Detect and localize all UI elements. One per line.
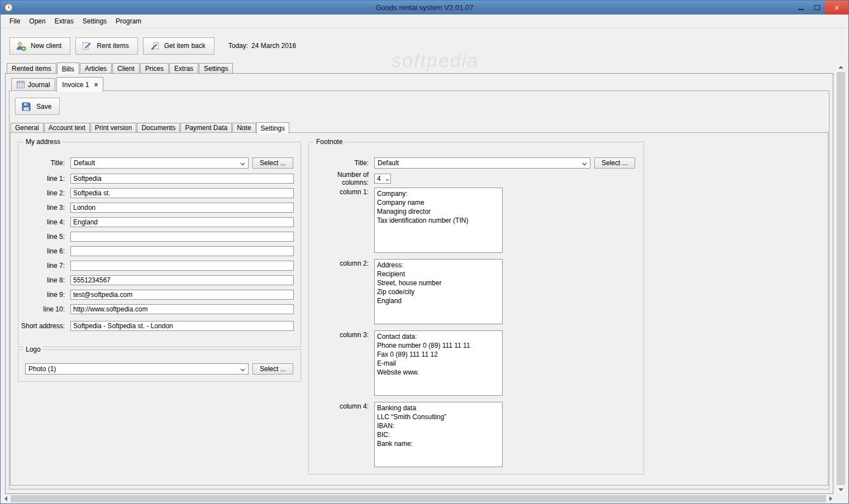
columns-count-combo[interactable]: 4 [374, 174, 391, 184]
address-line-6-input[interactable] [70, 246, 294, 256]
tab-bills[interactable]: Bills [57, 63, 79, 74]
scroll-down-button[interactable] [836, 485, 846, 495]
address-title-value: Default [74, 159, 95, 167]
menu-extras[interactable]: Extras [50, 16, 78, 27]
chevron-down-icon [384, 174, 390, 183]
save-label: Save [36, 103, 51, 111]
menu-bar: File Open Extras Settings Program [1, 15, 848, 28]
footnote-title-label: Title: [309, 159, 374, 167]
tab-rented-items[interactable]: Rented items [7, 63, 56, 73]
address-line-1-label: line 1: [18, 175, 70, 183]
minimize-button[interactable] [793, 1, 809, 15]
app-icon [4, 3, 13, 12]
menu-settings[interactable]: Settings [78, 16, 111, 27]
my-address-group: My address Title: Default Select ... lin… [18, 142, 301, 347]
address-line-8-label: line 8: [18, 276, 70, 284]
scroll-down-icon [838, 488, 843, 491]
address-title-label: Title: [18, 159, 70, 167]
scroll-up-button[interactable] [836, 63, 846, 72]
logo-group: Logo Photo (1) Select ... [18, 349, 301, 382]
invoice-close-icon[interactable]: × [94, 81, 98, 89]
footnote-column-1-textarea[interactable]: Company: Company name Managing director … [374, 188, 503, 253]
address-line-9-input[interactable] [70, 290, 294, 300]
scroll-left-button[interactable] [1, 495, 11, 503]
address-line-4-input[interactable] [70, 217, 294, 227]
address-line-5-label: line 5: [18, 233, 70, 241]
document-tab-bar: Journal Invoice 1 × [11, 76, 104, 91]
tab-invoice-settings[interactable]: Settings [256, 122, 289, 133]
invoice-tab-label: Invoice 1 [62, 81, 89, 89]
footnote-column-4-textarea[interactable]: Banking data LLC “Smith Consulting” IBAN… [374, 402, 503, 467]
get-item-back-icon [149, 41, 160, 51]
footnote-column-2-textarea[interactable]: Address: Recipient Street, house number … [374, 259, 503, 324]
footnote-column-3-label: column 3: [309, 330, 374, 396]
footnote-group-label: Footnote [314, 138, 345, 146]
close-icon: × [834, 3, 839, 12]
new-client-button[interactable]: New client [9, 37, 70, 55]
rent-items-label: Rent items [97, 42, 128, 50]
chevron-down-icon [237, 364, 248, 373]
titlebar: Goods rental system V2.01.07 × [1, 1, 848, 15]
tab-articles[interactable]: Articles [80, 63, 112, 73]
address-line-8-input[interactable] [70, 275, 294, 285]
invoice-tab-bar: General Account text Print version Docum… [11, 122, 290, 133]
chevron-down-icon [237, 159, 248, 167]
menu-open[interactable]: Open [25, 16, 50, 27]
scroll-left-icon [4, 496, 7, 501]
tab-extras[interactable]: Extras [169, 63, 198, 73]
footnote-title-combo[interactable]: Default [374, 157, 590, 169]
get-item-back-button[interactable]: Get item back [143, 37, 214, 55]
menu-file[interactable]: File [5, 16, 25, 27]
address-line-5-input[interactable] [70, 232, 294, 242]
close-button[interactable]: × [825, 1, 848, 15]
address-line-7-input[interactable] [70, 261, 294, 271]
window-title: Goods rental system V2.01.07 [1, 3, 848, 12]
rent-items-button[interactable]: Rent items [75, 37, 137, 55]
tab-payment-data[interactable]: Payment Data [180, 123, 232, 132]
tab-journal[interactable]: Journal [11, 78, 55, 90]
menu-program[interactable]: Program [111, 16, 146, 27]
invoice-panel: Save General Account text Print version … [9, 90, 829, 489]
footnote-group: Footnote Title: Default Select ... Numbe… [308, 142, 644, 474]
address-line-6-label: line 6: [18, 247, 70, 255]
tab-note[interactable]: Note [232, 123, 255, 132]
scroll-right-button[interactable] [826, 495, 836, 503]
address-title-combo[interactable]: Default [70, 157, 249, 169]
horizontal-scrollbar[interactable] [1, 495, 836, 503]
vertical-scrollbar-thumb[interactable] [837, 72, 845, 485]
tab-general[interactable]: General [11, 123, 44, 132]
address-line-10-input[interactable] [70, 304, 294, 314]
save-button[interactable]: Save [15, 98, 60, 115]
horizontal-scrollbar-thumb[interactable] [11, 495, 826, 502]
today-label: Today: [228, 42, 248, 50]
tab-client[interactable]: Client [112, 63, 140, 73]
tab-account-text[interactable]: Account text [44, 123, 90, 132]
scroll-up-icon [838, 66, 843, 69]
address-line-1-input[interactable] [70, 174, 294, 184]
tab-documents[interactable]: Documents [137, 123, 180, 132]
tab-settings[interactable]: Settings [199, 63, 233, 73]
address-line-9-label: line 9: [18, 291, 70, 299]
footnote-column-1-label: column 1: [309, 188, 374, 253]
address-line-2-input[interactable] [70, 188, 294, 198]
footnote-column-3-textarea[interactable]: Contact data: Phone number 0 (89) 111 11… [374, 330, 503, 396]
logo-group-label: Logo [23, 345, 43, 353]
vertical-scrollbar[interactable] [836, 63, 846, 495]
maximize-button[interactable] [809, 1, 825, 15]
new-client-label: New client [31, 42, 61, 50]
settings-panel: My address Title: Default Select ... lin… [10, 132, 828, 486]
logo-combo[interactable]: Photo (1) [25, 363, 249, 375]
tab-invoice-1[interactable]: Invoice 1 × [56, 77, 103, 92]
address-line-3-input[interactable] [70, 203, 294, 213]
logo-select-button[interactable]: Select ... [252, 363, 293, 375]
maximize-icon [814, 5, 820, 10]
tab-print-version[interactable]: Print version [90, 123, 137, 132]
address-title-select-button[interactable]: Select ... [252, 157, 293, 169]
short-address-input[interactable] [70, 321, 294, 331]
footnote-column-2-label: column 2: [309, 259, 374, 324]
tab-prices[interactable]: Prices [140, 63, 169, 73]
get-item-back-label: Get item back [164, 42, 206, 50]
footnote-column-4-label: column 4: [309, 402, 374, 467]
footnote-title-select-button[interactable]: Select ... [594, 157, 635, 169]
logo-value: Photo (1) [28, 365, 56, 373]
